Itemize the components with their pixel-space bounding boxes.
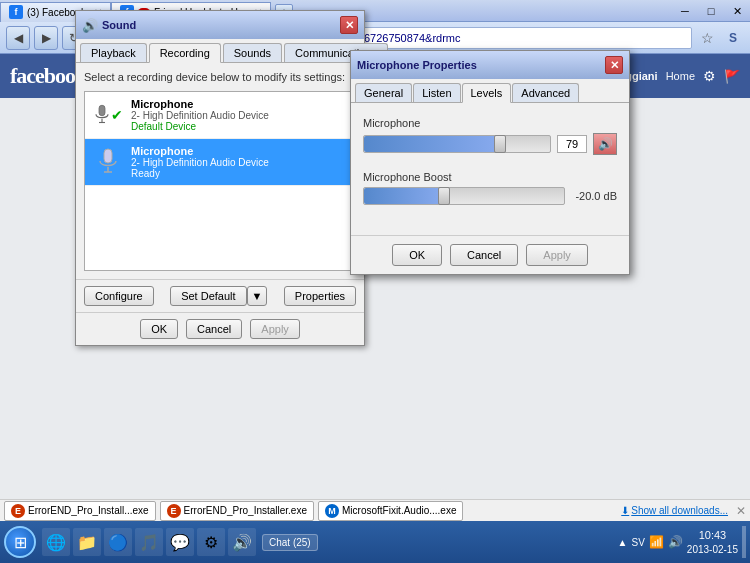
chat-button[interactable]: Chat (25) — [262, 534, 318, 551]
microphone-level-section: Microphone 79 🔊 — [363, 117, 617, 155]
signal-icon: 📶 — [649, 535, 664, 549]
dl-icon-1: E — [11, 504, 25, 518]
device-sub-2: 2- High Definition Audio Device — [131, 157, 347, 168]
fb-home-link[interactable]: Home — [666, 70, 695, 82]
set-default-button[interactable]: Set Default — [170, 286, 246, 306]
show-desktop-icon[interactable] — [742, 526, 746, 558]
explorer-icon[interactable]: 📁 — [73, 528, 101, 556]
mic-level-slider-track[interactable] — [363, 135, 551, 153]
mic-footer: OK Cancel Apply — [351, 235, 629, 274]
mic-tab-general[interactable]: General — [355, 83, 412, 102]
fb-notification-flag[interactable]: 🚩 — [724, 69, 740, 84]
sound-instruction: Select a recording device below to modif… — [84, 71, 356, 83]
mic-props-close[interactable]: ✕ — [605, 56, 623, 74]
mic-cancel-button[interactable]: Cancel — [450, 244, 518, 266]
taskbar-tray: ▲ SV 📶 🔊 10:43 2013-02-15 — [618, 526, 746, 558]
forward-button[interactable]: ▶ — [34, 26, 58, 50]
mic-boost-slider-track[interactable] — [363, 187, 565, 205]
mic-tab-listen[interactable]: Listen — [413, 83, 460, 102]
mic-level-value: 79 — [557, 135, 587, 153]
bookmark-star[interactable]: ☆ — [696, 27, 718, 49]
windows-logo-icon: ⊞ — [14, 533, 27, 552]
mic-level-thumb[interactable] — [494, 135, 506, 153]
sound-bottom-buttons: OK Cancel Apply — [76, 312, 364, 345]
mic-props-title: Microphone Properties — [357, 59, 601, 71]
media-icon[interactable]: 🎵 — [135, 528, 163, 556]
download-bar-right: ⬇ Show all downloads... ✕ — [621, 504, 746, 518]
chrome-icon[interactable]: 🔵 — [104, 528, 132, 556]
mic-body: Microphone 79 🔊 Microphone Boost — [351, 103, 629, 235]
mic-tab-levels[interactable]: Levels — [462, 83, 512, 103]
download-item-2[interactable]: E ErrorEND_Pro_Installer.exe — [160, 501, 314, 521]
sound-cancel-button[interactable]: Cancel — [186, 319, 242, 339]
mic-boost-value: -20.0 dB — [575, 190, 617, 202]
fb-gear-icon[interactable]: ⚙ — [703, 68, 716, 84]
mic-icon-2 — [93, 147, 123, 177]
chat-app-icon[interactable]: 💬 — [166, 528, 194, 556]
tray-expand-icon[interactable]: ▲ — [618, 537, 628, 548]
device-status-2: Ready — [131, 168, 347, 179]
taskbar-bottom: ⊞ 🌐 📁 🔵 🎵 💬 ⚙ 🔊 Chat (25) ▲ SV 📶 🔊 — [0, 521, 750, 563]
microphone-boost-section: Microphone Boost -20.0 dB — [363, 171, 617, 205]
device-item-1[interactable]: ✔ Microphone 2- High Definition Audio De… — [85, 92, 355, 139]
volume-tray-icon[interactable]: 🔊 — [668, 535, 683, 549]
device-info-1: Microphone 2- High Definition Audio Devi… — [131, 98, 347, 132]
sound-dialog-titlebar: 🔊 Sound ✕ — [76, 11, 364, 39]
mic-tab-advanced[interactable]: Advanced — [512, 83, 579, 102]
tab1-favicon: f — [9, 5, 23, 19]
mic-apply-button[interactable]: Apply — [526, 244, 588, 266]
sound-dialog-title: Sound — [102, 19, 336, 31]
mic-props-titlebar: Microphone Properties ✕ — [351, 51, 629, 79]
close-button[interactable]: ✕ — [724, 0, 750, 22]
configure-button[interactable]: Configure — [84, 286, 154, 306]
svg-rect-3 — [104, 149, 112, 163]
sound-tab-playback[interactable]: Playback — [80, 43, 147, 62]
sound-dialog-body: Select a recording device below to modif… — [76, 63, 364, 279]
download-bar-close[interactable]: ✕ — [736, 504, 746, 518]
sound-tab-recording[interactable]: Recording — [149, 43, 221, 63]
back-button[interactable]: ◀ — [6, 26, 30, 50]
mic-boost-thumb[interactable] — [438, 187, 450, 205]
show-all-downloads[interactable]: ⬇ Show all downloads... — [621, 505, 728, 516]
start-button[interactable]: ⊞ — [4, 526, 36, 558]
ie-icon[interactable]: 🌐 — [42, 528, 70, 556]
dl-icon-3: M — [325, 504, 339, 518]
device-info-2: Microphone 2- High Definition Audio Devi… — [131, 145, 347, 179]
clock-date: 2013-02-15 — [687, 543, 738, 556]
sound-apply-button[interactable]: Apply — [250, 319, 300, 339]
dl-icon-2: E — [167, 504, 181, 518]
mic-props-dialog: Microphone Properties ✕ General Listen L… — [350, 50, 630, 275]
properties-button[interactable]: Properties — [284, 286, 356, 306]
dl-label-3: MicrosoftFixit.Audio....exe — [342, 505, 456, 516]
mic-tabs: General Listen Levels Advanced — [351, 79, 629, 103]
default-check-icon: ✔ — [111, 107, 123, 123]
settings-taskbar-icon[interactable]: ⚙ — [197, 528, 225, 556]
dl-label-1: ErrorEND_Pro_Install...exe — [28, 505, 149, 516]
dl-label-2: ErrorEND_Pro_Installer.exe — [184, 505, 307, 516]
mic-boost-label: Microphone Boost — [363, 171, 617, 183]
locale-indicator: SV — [632, 537, 645, 548]
mic-ok-button[interactable]: OK — [392, 244, 442, 266]
svg-rect-0 — [99, 105, 105, 116]
maximize-button[interactable]: □ — [698, 0, 724, 22]
browser-menu[interactable]: S — [722, 27, 744, 49]
download-item-1[interactable]: E ErrorEND_Pro_Install...exe — [4, 501, 156, 521]
sound-dialog: 🔊 Sound ✕ Playback Recording Sounds Comm… — [75, 10, 365, 346]
audio-icon[interactable]: 🔊 — [228, 528, 256, 556]
sound-tab-sounds[interactable]: Sounds — [223, 43, 282, 62]
minimize-button[interactable]: ─ — [672, 0, 698, 22]
download-item-3[interactable]: M MicrosoftFixit.Audio....exe — [318, 501, 463, 521]
sound-ok-button[interactable]: OK — [140, 319, 178, 339]
device-status-1: Default Device — [131, 121, 347, 132]
set-default-dropdown[interactable]: ▼ — [247, 286, 268, 306]
device-item-2[interactable]: Microphone 2- High Definition Audio Devi… — [85, 139, 355, 186]
download-bar: E ErrorEND_Pro_Install...exe E ErrorEND_… — [0, 499, 750, 521]
device-name-2: Microphone — [131, 145, 347, 157]
sound-dialog-close[interactable]: ✕ — [340, 16, 358, 34]
sound-tabs: Playback Recording Sounds Communications — [76, 39, 364, 63]
mute-icon: 🔊 — [598, 137, 613, 151]
device-name-1: Microphone — [131, 98, 347, 110]
window-controls: ─ □ ✕ — [672, 0, 750, 22]
time-display: 10:43 2013-02-15 — [687, 528, 738, 555]
mic-mute-button[interactable]: 🔊 — [593, 133, 617, 155]
